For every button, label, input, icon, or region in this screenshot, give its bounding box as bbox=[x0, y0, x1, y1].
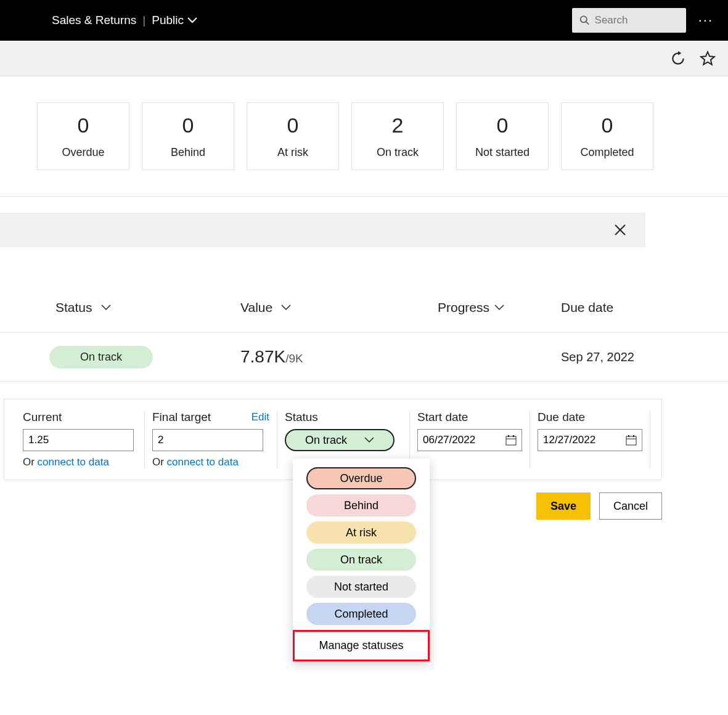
favorite-button[interactable] bbox=[700, 51, 716, 67]
chevron-down-icon bbox=[281, 304, 291, 311]
field-label: Start date bbox=[417, 411, 522, 424]
card-label: On track bbox=[377, 146, 419, 159]
sub-toolbar bbox=[0, 41, 728, 76]
status-option-notstarted[interactable]: Not started bbox=[306, 576, 416, 598]
cancel-button[interactable]: Cancel bbox=[599, 492, 662, 520]
edit-form: Current Or connect to data Final target … bbox=[4, 399, 662, 480]
col-label: Status bbox=[55, 300, 92, 315]
detail-panel-bar bbox=[0, 213, 645, 247]
save-button[interactable]: Save bbox=[536, 492, 591, 520]
connect-data-link[interactable]: connect to data bbox=[167, 456, 239, 468]
due-date-input[interactable]: 12/27/2022 bbox=[538, 429, 642, 451]
final-target-input[interactable] bbox=[152, 429, 263, 451]
status-selected-label: On track bbox=[305, 434, 347, 447]
field-label: Due date bbox=[538, 411, 642, 424]
column-header-due: Due date bbox=[561, 300, 672, 315]
status-card-completed[interactable]: 0 Completed bbox=[561, 102, 653, 170]
calendar-icon bbox=[626, 435, 637, 446]
start-date-input[interactable]: 06/27/2022 bbox=[417, 429, 522, 451]
date-value: 06/27/2022 bbox=[423, 434, 475, 446]
chevron-down-icon bbox=[101, 304, 111, 311]
status-card-ontrack[interactable]: 2 On track bbox=[351, 102, 444, 170]
value-current: 7.87K bbox=[240, 347, 285, 366]
refresh-button[interactable] bbox=[670, 51, 686, 67]
more-menu-button[interactable]: ··· bbox=[698, 12, 713, 28]
column-header-progress[interactable]: Progress bbox=[438, 300, 561, 315]
status-option-atrisk[interactable]: At risk bbox=[306, 521, 416, 544]
metric-row[interactable]: On track 7.87K/9K Sep 27, 2022 bbox=[0, 332, 728, 382]
col-label: Progress bbox=[438, 300, 489, 315]
status-option-behind[interactable]: Behind bbox=[306, 494, 416, 517]
field-final-target: Final target Edit Or connect to data bbox=[145, 411, 277, 468]
status-select[interactable]: On track bbox=[285, 429, 395, 451]
svg-line-1 bbox=[586, 22, 589, 25]
visibility-label: Public bbox=[152, 14, 184, 27]
chevron-down-icon bbox=[187, 17, 197, 23]
card-count: 2 bbox=[392, 113, 404, 137]
chevron-down-icon bbox=[494, 304, 504, 311]
current-input[interactable] bbox=[23, 429, 134, 451]
status-pill: On track bbox=[49, 346, 153, 369]
column-headers: Status Value Progress Due date bbox=[0, 247, 728, 332]
search-box[interactable] bbox=[572, 8, 686, 33]
field-current: Current Or connect to data bbox=[15, 411, 145, 468]
status-option-completed[interactable]: Completed bbox=[306, 603, 416, 625]
manage-statuses-highlight: Manage statuses bbox=[293, 630, 430, 661]
current-hint: Or connect to data bbox=[23, 456, 137, 468]
value-cell: 7.87K/9K bbox=[240, 347, 438, 367]
field-due-date: Due date 12/27/2022 bbox=[530, 411, 650, 468]
card-label: Behind bbox=[171, 146, 205, 159]
date-value: 12/27/2022 bbox=[543, 434, 595, 446]
card-label: At risk bbox=[277, 146, 308, 159]
star-icon bbox=[700, 51, 716, 67]
status-card-overdue[interactable]: 0 Overdue bbox=[37, 102, 129, 170]
column-header-status[interactable]: Status bbox=[55, 300, 240, 315]
status-option-ontrack[interactable]: On track bbox=[306, 549, 416, 571]
close-panel-button[interactable] bbox=[613, 223, 627, 237]
card-count: 0 bbox=[602, 113, 613, 137]
workspace-name: Sales & Returns bbox=[52, 14, 136, 27]
card-count: 0 bbox=[182, 113, 194, 137]
search-icon bbox=[579, 14, 590, 27]
status-card-notstarted[interactable]: 0 Not started bbox=[456, 102, 549, 170]
svg-rect-8 bbox=[626, 436, 636, 445]
edit-target-link[interactable]: Edit bbox=[252, 411, 269, 423]
card-label: Not started bbox=[475, 146, 530, 159]
svg-rect-4 bbox=[506, 436, 516, 445]
visibility-dropdown[interactable]: Public bbox=[152, 14, 197, 27]
card-label: Overdue bbox=[62, 146, 104, 159]
status-option-overdue[interactable]: Overdue bbox=[306, 467, 416, 489]
value-target: /9K bbox=[285, 352, 303, 365]
svg-point-0 bbox=[580, 16, 586, 22]
title-divider: | bbox=[142, 14, 145, 27]
target-hint: Or connect to data bbox=[152, 456, 269, 468]
status-card-behind[interactable]: 0 Behind bbox=[142, 102, 234, 170]
connect-data-link[interactable]: connect to data bbox=[38, 456, 109, 468]
column-header-value[interactable]: Value bbox=[240, 300, 438, 315]
calendar-icon bbox=[505, 435, 517, 446]
field-label: Status bbox=[285, 411, 402, 424]
card-count: 0 bbox=[497, 113, 509, 137]
card-label: Completed bbox=[580, 146, 634, 159]
field-label: Current bbox=[23, 411, 137, 424]
refresh-icon bbox=[670, 51, 686, 67]
status-dropdown-menu: Overdue Behind At risk On track Not star… bbox=[293, 459, 430, 661]
chevron-down-icon bbox=[364, 437, 374, 443]
status-card-atrisk[interactable]: 0 At risk bbox=[247, 102, 339, 170]
manage-statuses-link[interactable]: Manage statuses bbox=[295, 637, 428, 655]
app-header: Sales & Returns | Public ··· bbox=[0, 0, 728, 41]
close-icon bbox=[613, 223, 627, 237]
status-cards-row: 0 Overdue 0 Behind 0 At risk 2 On track … bbox=[0, 76, 728, 197]
col-label: Value bbox=[240, 300, 272, 315]
card-count: 0 bbox=[287, 113, 299, 137]
due-cell: Sep 27, 2022 bbox=[561, 350, 634, 364]
field-label: Final target Edit bbox=[152, 411, 269, 424]
col-label: Due date bbox=[561, 300, 613, 315]
card-count: 0 bbox=[78, 113, 89, 137]
search-input[interactable] bbox=[595, 14, 679, 27]
